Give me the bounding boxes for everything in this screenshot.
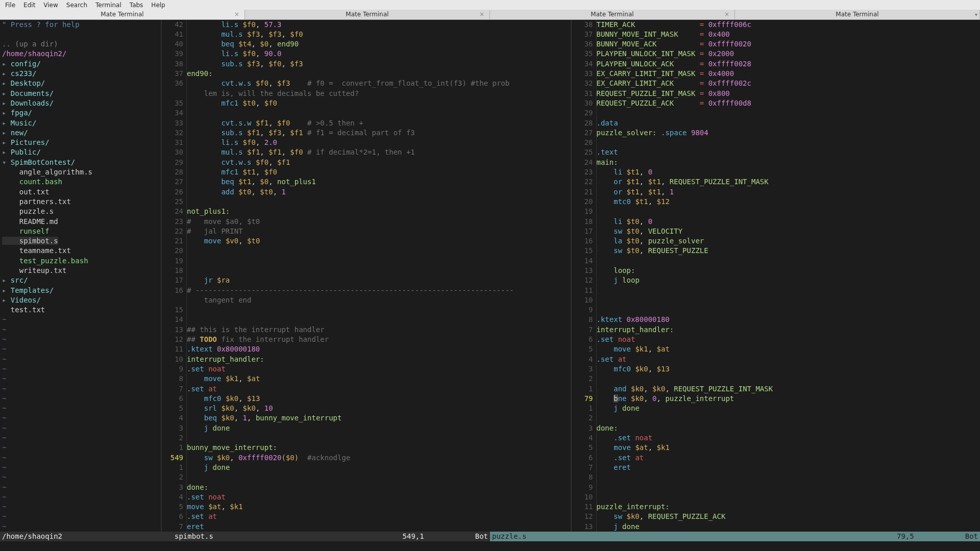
code-line[interactable]: 30 mul.s $f1, $f1, $f0 # if decimal*2=1,… [161,147,571,157]
tree-file-count.bash[interactable]: count.bash [2,177,161,187]
menu-terminal[interactable]: Terminal [92,1,125,10]
tree-file-README.md[interactable]: README.md [2,217,161,227]
code-line[interactable]: 17 jr $ra [161,276,571,285]
code-line[interactable]: 40 beq $t4, $0, end90 [161,39,571,49]
code-line[interactable]: 12## TODO fix the interrupt handler [161,335,571,344]
code-line[interactable]: 1 j done [161,463,571,472]
code-line[interactable]: 23# move $a0, $t0 [161,217,571,227]
code-line[interactable]: 31 li.s $f0, 2.0 [161,138,571,147]
code-line[interactable]: 34 [161,108,571,118]
code-line[interactable]: 6 .set at [571,453,981,463]
tree-dir-Downloads[interactable]: ▸ Downloads/ [2,98,161,108]
code-line[interactable]: 12 j loop [571,276,981,285]
code-line[interactable]: 25 [161,197,571,207]
code-line[interactable]: 17 sw $t0, VELOCITY [571,227,981,236]
chevron-down-icon[interactable]: ▾ [975,12,977,17]
tree-blank[interactable] [2,30,161,39]
code-line[interactable]: 8 [571,472,981,482]
code-line[interactable]: 36 cvt.w.s $f0, $f3 # f0 = convert_from_… [161,79,571,88]
close-icon[interactable]: × [479,11,484,18]
code-line[interactable]: 41 mul.s $f3, $f3, $f0 [161,30,571,39]
tree-dir-Pictures[interactable]: ▸ Pictures/ [2,138,161,147]
tree-dir-Documents[interactable]: ▸ Documents/ [2,89,161,98]
left-code-pane[interactable]: 42 li.s $f0, 57.341 mul.s $f3, $f3, $f04… [161,20,571,532]
code-line[interactable]: 3 j done [161,423,571,433]
code-line[interactable]: 13 loop: [571,266,981,276]
code-line[interactable]: 27 beq $t1, $0, not_plus1 [161,177,571,187]
code-line[interactable]: 33 cvt.s.w $f1, $f0 # >0.5 then + [161,118,571,128]
code-line[interactable]: 14 [161,315,571,324]
menu-file[interactable]: File [2,1,18,10]
code-line[interactable]: 5move $at, $k1 [161,502,571,512]
terminal-tab-1[interactable]: Mate Terminal× [245,10,490,19]
code-line[interactable]: 5 move $at, $k1 [571,443,981,453]
code-line[interactable]: 5 move $k1, $at [571,344,981,354]
tree-dir-cs233[interactable]: ▸ cs233/ [2,69,161,79]
tree-file-partners.txt[interactable]: partners.txt [2,197,161,207]
terminal-tab-2[interactable]: Mate Terminal× [490,10,735,19]
tree-updir[interactable]: .. (up a dir) [2,39,161,49]
code-line[interactable]: 19 [571,207,981,216]
code-line[interactable]: 2 [161,472,571,482]
code-line[interactable]: 3done: [571,423,981,433]
code-line[interactable]: 39 li.s $f0, 90.0 [161,49,571,59]
code-line[interactable]: 21 or $t1, $t1, 1 [571,187,981,197]
code-line[interactable]: 15 sw $t0, REQUEST_PUZZLE [571,246,981,256]
menu-search[interactable]: Search [63,1,90,10]
tree-dir-Music[interactable]: ▸ Music/ [2,118,161,128]
tree-dir-Videos[interactable]: ▸ Videos/ [2,295,161,305]
code-line[interactable]: 38TIMER_ACK = 0xffff006c [571,20,981,30]
tabbar[interactable]: Mate Terminal×Mate Terminal×Mate Termina… [0,10,980,19]
code-line[interactable]: 1 and $k0, $k0, REQUEST_PUZZLE_INT_MASK [571,384,981,394]
code-line[interactable]: 1 j done [571,404,981,413]
code-line[interactable]: 7.set at [161,384,571,394]
tree-file-test_puzzle.bash[interactable]: test_puzzle.bash [2,256,161,266]
code-line[interactable]: 7eret [161,522,571,532]
code-line[interactable]: 11 [571,286,981,295]
command-line[interactable] [0,541,980,551]
code-line[interactable]: 35PLAYPEN_UNLOCK_INT_MASK = 0x2000 [571,49,981,59]
code-line[interactable]: 4 .set noat [571,433,981,443]
code-line[interactable]: 11.ktext 0x80000180 [161,344,571,354]
code-line[interactable]: 28 mfc1 $t1, $f0 [161,167,571,177]
tree-file-writeup.txt[interactable]: writeup.txt [2,266,161,276]
code-line[interactable]: 2 [571,374,981,384]
tree-file-angle_algorithm.s[interactable]: angle_algorithm.s [2,167,161,177]
code-line[interactable]: 34PLAYPEN_UNLOCK_ACK = 0xffff0028 [571,59,981,69]
code-line[interactable]: 2 [161,433,571,443]
code-line[interactable]: 24main: [571,158,981,167]
code-line[interactable]: 32 sub.s $f1, $f3, $f1 # f1 = decimal pa… [161,128,571,138]
tree-file-teamname.txt[interactable]: teamname.txt [2,246,161,256]
menu-help[interactable]: Help [148,1,168,10]
menubar[interactable]: FileEditViewSearchTerminalTabsHelp [0,0,980,10]
code-line[interactable]: 21 move $v0, $t0 [161,236,571,246]
terminal-tab-3[interactable]: Mate Terminal▾ [735,10,980,19]
menu-view[interactable]: View [40,1,61,10]
code-line[interactable]: 3 mfc0 $k0, $13 [571,364,981,374]
code-line[interactable]: 9 [571,483,981,492]
tree-dir-src[interactable]: ▸ src/ [2,276,161,285]
code-line[interactable]: 29 cvt.w.s $f0, $f1 [161,158,571,167]
code-line[interactable]: 13 j done [571,522,981,532]
code-line[interactable]: 42 li.s $f0, 57.3 [161,20,571,30]
code-line[interactable]: 79 bne $k0, 0, puzzle_interrupt [571,394,981,404]
code-line[interactable]: 4.set at [571,355,981,364]
code-line[interactable]: 35 mfc1 $t0, $f0 [161,98,571,108]
code-line[interactable]: 10 [571,295,981,305]
close-icon[interactable]: × [234,11,239,18]
code-line[interactable]: 4 beq $k0, 1, bunny_move_interrupt [161,413,571,423]
code-line[interactable]: 38 sub.s $f3, $f0, $f3 [161,59,571,69]
code-line[interactable]: lem is, will the decimals be cutted? [161,89,571,98]
code-line[interactable]: 26 add $t0, $t0, 1 [161,187,571,197]
right-code-pane[interactable]: 38TIMER_ACK = 0xffff006c37BUNNY_MOVE_INT… [571,20,981,532]
code-line[interactable]: 1bunny_move_interrupt: [161,443,571,453]
code-line[interactable]: 5 srl $k0, $k0, 10 [161,404,571,413]
code-line[interactable]: 33EX_CARRY_LIMIT_INT_MASK = 0x4000 [571,69,981,79]
code-line[interactable]: 25.text [571,147,981,157]
code-line[interactable]: 12 sw $k0, REQUEST_PUZZLE_ACK [571,512,981,521]
tree-dir-config[interactable]: ▸ config/ [2,59,161,69]
code-line[interactable]: 9 [571,305,981,315]
code-line[interactable]: 36BUNNY_MOVE_ACK = 0xffff0020 [571,39,981,49]
code-line[interactable]: 30REQUEST_PUZZLE_ACK = 0xffff00d8 [571,98,981,108]
code-line[interactable]: 37BUNNY_MOVE_INT_MASK = 0x400 [571,30,981,39]
